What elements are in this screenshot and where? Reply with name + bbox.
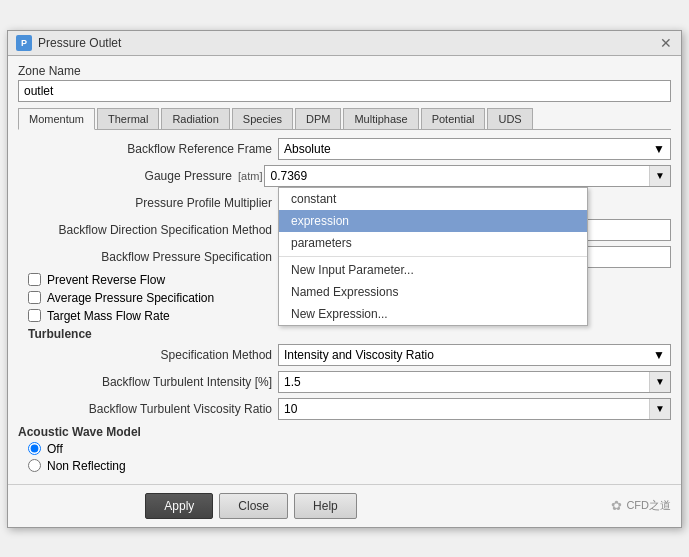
bottom-bar: Apply Close Help ✿ CFD之道 — [8, 484, 681, 527]
backflow-ref-frame-arrow: ▼ — [653, 142, 665, 156]
spec-method-row: Specification Method Intensity and Visco… — [18, 344, 671, 366]
tab-species[interactable]: Species — [232, 108, 293, 129]
spec-method-value: Intensity and Viscosity Ratio — [284, 348, 434, 362]
turbulence-section: Turbulence Specification Method Intensit… — [18, 327, 671, 420]
acoustic-title: Acoustic Wave Model — [18, 425, 671, 439]
content-area: Zone Name Momentum Thermal Radiation Spe… — [8, 56, 681, 484]
dropdown-separator — [279, 256, 587, 257]
turbulent-intensity-row: Backflow Turbulent Intensity [%] ▼ — [18, 371, 671, 393]
help-button[interactable]: Help — [294, 493, 357, 519]
acoustic-non-reflecting-row: Non Reflecting — [18, 459, 671, 473]
gauge-pressure-dropdown-menu: constant expression parameters New Input… — [278, 187, 588, 326]
acoustic-non-reflecting-radio[interactable] — [28, 459, 41, 472]
turbulent-intensity-label: Backflow Turbulent Intensity [%] — [18, 375, 278, 389]
gauge-pressure-unit: [atm] — [238, 170, 262, 182]
turbulent-intensity-control: ▼ — [278, 371, 671, 393]
target-mass-flow-checkbox[interactable] — [28, 309, 41, 322]
gauge-pressure-dropdown-btn[interactable]: ▼ — [649, 166, 670, 186]
turbulent-intensity-input-wrapper: ▼ — [278, 371, 671, 393]
turbulent-viscosity-input[interactable] — [279, 399, 649, 419]
gauge-pressure-row: Gauge Pressure [atm] ▼ constant expressi… — [18, 165, 671, 187]
window-icon: P — [16, 35, 32, 51]
tab-uds[interactable]: UDS — [487, 108, 532, 129]
acoustic-off-label: Off — [47, 442, 63, 456]
branding: ✿ CFD之道 — [611, 498, 671, 513]
dropdown-item-named-expressions[interactable]: Named Expressions — [279, 281, 587, 303]
backflow-direction-label: Backflow Direction Specification Method — [18, 223, 278, 237]
prevent-reverse-flow-checkbox[interactable] — [28, 273, 41, 286]
target-mass-flow-label: Target Mass Flow Rate — [47, 309, 170, 323]
acoustic-non-reflecting-label: Non Reflecting — [47, 459, 126, 473]
titlebar-left: P Pressure Outlet — [16, 35, 121, 51]
spec-method-select[interactable]: Intensity and Viscosity Ratio ▼ — [278, 344, 671, 366]
gauge-pressure-input[interactable] — [265, 166, 649, 186]
spec-method-control: Intensity and Viscosity Ratio ▼ — [278, 344, 671, 366]
acoustic-off-radio[interactable] — [28, 442, 41, 455]
tab-potential[interactable]: Potential — [421, 108, 486, 129]
backflow-ref-frame-control: Absolute ▼ — [278, 138, 671, 160]
backflow-ref-frame-select[interactable]: Absolute ▼ — [278, 138, 671, 160]
dropdown-item-new-input-parameter[interactable]: New Input Parameter... — [279, 259, 587, 281]
tab-thermal[interactable]: Thermal — [97, 108, 159, 129]
dropdown-item-parameters[interactable]: parameters — [279, 232, 587, 254]
turbulent-intensity-input[interactable] — [279, 372, 649, 392]
backflow-ref-frame-label: Backflow Reference Frame — [18, 142, 278, 156]
tab-dpm[interactable]: DPM — [295, 108, 341, 129]
branding-text: CFD之道 — [626, 498, 671, 513]
prevent-reverse-flow-label: Prevent Reverse Flow — [47, 273, 165, 287]
acoustic-section: Acoustic Wave Model Off Non Reflecting — [18, 425, 671, 473]
spec-method-label: Specification Method — [18, 348, 278, 362]
average-pressure-checkbox[interactable] — [28, 291, 41, 304]
dropdown-item-new-expression[interactable]: New Expression... — [279, 303, 587, 325]
backflow-ref-frame-row: Backflow Reference Frame Absolute ▼ — [18, 138, 671, 160]
turbulent-intensity-dropdown-btn[interactable]: ▼ — [649, 372, 670, 392]
zone-name-input[interactable] — [18, 80, 671, 102]
tab-momentum[interactable]: Momentum — [18, 108, 95, 130]
dropdown-item-expression[interactable]: expression — [279, 210, 587, 232]
turbulent-viscosity-input-wrapper: ▼ — [278, 398, 671, 420]
turbulent-viscosity-dropdown-btn[interactable]: ▼ — [649, 399, 670, 419]
turbulent-viscosity-control: ▼ — [278, 398, 671, 420]
apply-button[interactable]: Apply — [145, 493, 213, 519]
main-window: P Pressure Outlet ✕ Zone Name Momentum T… — [7, 30, 682, 528]
turbulent-viscosity-label: Backflow Turbulent Viscosity Ratio — [18, 402, 278, 416]
gauge-pressure-label: Gauge Pressure — [18, 169, 238, 183]
titlebar: P Pressure Outlet ✕ — [8, 31, 681, 56]
gauge-pressure-input-wrapper: ▼ — [264, 165, 671, 187]
tab-radiation[interactable]: Radiation — [161, 108, 229, 129]
form-area: Backflow Reference Frame Absolute ▼ Gaug… — [18, 138, 671, 473]
window-title: Pressure Outlet — [38, 36, 121, 50]
tab-multiphase[interactable]: Multiphase — [343, 108, 418, 129]
bottom-buttons: Apply Close Help — [145, 493, 356, 519]
backflow-ref-frame-value: Absolute — [284, 142, 331, 156]
acoustic-off-row: Off — [18, 442, 671, 456]
turbulent-viscosity-row: Backflow Turbulent Viscosity Ratio ▼ — [18, 398, 671, 420]
spec-method-arrow: ▼ — [653, 348, 665, 362]
pressure-profile-label: Pressure Profile Multiplier — [18, 196, 278, 210]
average-pressure-label: Average Pressure Specification — [47, 291, 214, 305]
zone-name-label: Zone Name — [18, 64, 671, 78]
branding-icon: ✿ — [611, 498, 622, 513]
close-dialog-button[interactable]: Close — [219, 493, 288, 519]
backflow-pressure-label: Backflow Pressure Specification — [18, 250, 278, 264]
tab-bar: Momentum Thermal Radiation Species DPM M… — [18, 108, 671, 130]
close-button[interactable]: ✕ — [659, 36, 673, 50]
turbulence-title: Turbulence — [28, 327, 671, 341]
dropdown-item-constant[interactable]: constant — [279, 188, 587, 210]
